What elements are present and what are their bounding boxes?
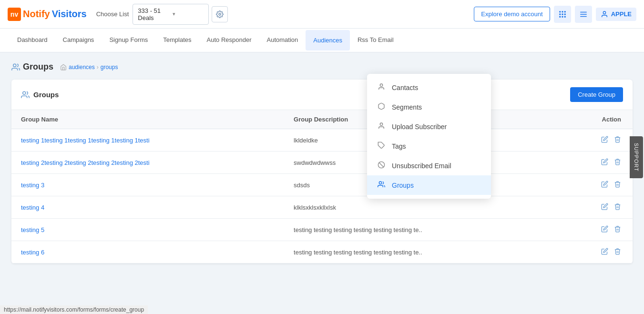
nav-dashboard[interactable]: Dashboard: [10, 30, 55, 51]
upload-icon: [377, 122, 386, 131]
edit-icon[interactable]: [601, 158, 608, 167]
card-title: Groups: [21, 91, 59, 99]
dropdown-item-contacts[interactable]: Cantacts: [367, 78, 491, 97]
logo[interactable]: nv NotifyVisitors: [8, 8, 87, 21]
explore-demo-button[interactable]: Explore demo account: [474, 7, 550, 21]
svg-point-13: [603, 11, 605, 14]
svg-rect-2: [562, 11, 563, 12]
tags-icon: [377, 142, 386, 151]
delete-icon[interactable]: [614, 181, 621, 189]
create-group-button[interactable]: Create Group: [570, 87, 623, 102]
table-row: testing 2testing 2testing 2testing 2test…: [11, 152, 633, 174]
cell-group-desc: testing testing testing testing testing …: [284, 241, 557, 263]
list-dropdown[interactable]: 333 - 51 Deals ▾: [133, 4, 209, 25]
svg-rect-1: [559, 11, 561, 12]
dropdown-item-groups[interactable]: Groups: [367, 175, 491, 195]
cell-action: [557, 174, 633, 196]
contacts-icon: [377, 83, 386, 92]
nav-templates[interactable]: Templates: [155, 30, 199, 51]
edit-icon[interactable]: [601, 181, 608, 189]
table-row: testing 1testing 1testing 1testing 1test…: [11, 129, 633, 152]
main-nav: Dashboard Campaigns Signup Forms Templat…: [0, 29, 644, 52]
support-tab[interactable]: SUPPORT: [630, 136, 643, 178]
user-name-label: APPLE: [611, 10, 632, 18]
delete-icon[interactable]: [614, 158, 621, 167]
breadcrumb-trail: audiences › groups: [60, 64, 118, 71]
svg-point-14: [13, 64, 16, 67]
dropdown-item-label: Groups: [392, 182, 414, 189]
edit-icon[interactable]: [601, 248, 608, 256]
cell-group-name[interactable]: testing 2testing 2testing 2testing 2test…: [11, 152, 284, 174]
edit-icon[interactable]: [601, 136, 608, 144]
dropdown-item-label: Unsubscribed Email: [392, 162, 451, 170]
groups-card: Groups Create Group Group Name Group Des…: [11, 80, 633, 263]
menu-icon-button[interactable]: [575, 6, 592, 23]
delete-icon[interactable]: [614, 248, 621, 256]
delete-icon[interactable]: [614, 203, 621, 212]
breadcrumb-sep1: ›: [97, 64, 99, 71]
header-right: Explore demo account APPLE: [474, 6, 636, 23]
breadcrumb-audiences[interactable]: audiences: [69, 64, 95, 71]
cell-group-name[interactable]: testing 1testing 1testing 1testing 1test…: [11, 129, 284, 152]
cell-action: [557, 196, 633, 219]
col-group-name: Group Name: [11, 110, 284, 129]
nav-rss-to-email[interactable]: Rss To Email: [350, 30, 401, 51]
delete-icon[interactable]: [614, 136, 621, 144]
svg-point-21: [379, 182, 381, 184]
dropdown-item-segments[interactable]: Segments: [367, 97, 491, 117]
dropdown-item-tags[interactable]: Tags: [367, 136, 491, 156]
page-title: Groups: [23, 62, 53, 72]
svg-rect-4: [559, 13, 561, 15]
nav-campaigns[interactable]: Campaigns: [55, 30, 102, 51]
groups-icon: [377, 181, 386, 190]
svg-point-15: [23, 91, 26, 94]
col-action: Action: [557, 110, 633, 129]
cell-action: [557, 219, 633, 241]
grid-icon-button[interactable]: [554, 6, 571, 23]
table-row: testing 3 sdsds: [11, 174, 633, 196]
svg-rect-3: [564, 11, 565, 12]
edit-icon[interactable]: [601, 225, 608, 234]
header: nv NotifyVisitors Choose List 333 - 51 D…: [0, 0, 644, 29]
cell-action: [557, 152, 633, 174]
dropdown-item-label: Segments: [392, 103, 422, 111]
svg-line-20: [379, 162, 383, 167]
cell-group-name[interactable]: testing 6: [11, 241, 284, 263]
nav-signup-forms[interactable]: Signup Forms: [102, 30, 155, 51]
cell-group-desc: klklsxklsxkllxlsk: [284, 196, 557, 219]
svg-point-16: [380, 84, 382, 86]
segments-icon: [377, 102, 386, 111]
nav-auto-responder[interactable]: Auto Responder: [199, 30, 259, 51]
dropdown-item-label: Tags: [392, 142, 406, 150]
list-settings-button[interactable]: [212, 6, 228, 22]
choose-list-label: Choose List: [96, 10, 129, 18]
logo-icon: nv: [8, 8, 21, 21]
dropdown-item-label: Cantacts: [392, 84, 418, 91]
nav-audiences[interactable]: Audiences: [306, 30, 350, 51]
svg-rect-8: [562, 16, 563, 17]
svg-point-0: [219, 13, 221, 15]
dropdown-item-unsubscribed[interactable]: Unsubscribed Email: [367, 156, 491, 175]
cell-group-name[interactable]: testing 4: [11, 196, 284, 219]
card-title-label: Groups: [33, 91, 59, 99]
dropdown-item-upload[interactable]: Upload Subscriber: [367, 117, 491, 136]
cell-group-name[interactable]: testing 5: [11, 219, 284, 241]
svg-rect-9: [564, 16, 565, 17]
page-area: Groups audiences › groups Groups Create …: [0, 52, 644, 273]
card-groups-icon: [21, 91, 30, 99]
list-selected-value: 333 - 51 Deals: [138, 7, 169, 21]
breadcrumb-groups[interactable]: groups: [101, 64, 118, 71]
audiences-dropdown: CantactsSegmentsUpload SubscriberTagsUns…: [367, 74, 491, 199]
nav-automation[interactable]: Automation: [259, 30, 306, 51]
logo-notify: Notify: [23, 9, 50, 20]
delete-icon[interactable]: [614, 225, 621, 234]
user-profile-button[interactable]: APPLE: [596, 8, 636, 21]
table-row: testing 5 testing testing testing testin…: [11, 219, 633, 241]
chevron-down-icon: ▾: [173, 11, 204, 17]
cell-action: [557, 241, 633, 263]
table-row: testing 6 testing testing testing testin…: [11, 241, 633, 263]
cell-action: [557, 129, 633, 152]
groups-icon: [11, 63, 20, 71]
cell-group-name[interactable]: testing 3: [11, 174, 284, 196]
edit-icon[interactable]: [601, 203, 608, 212]
